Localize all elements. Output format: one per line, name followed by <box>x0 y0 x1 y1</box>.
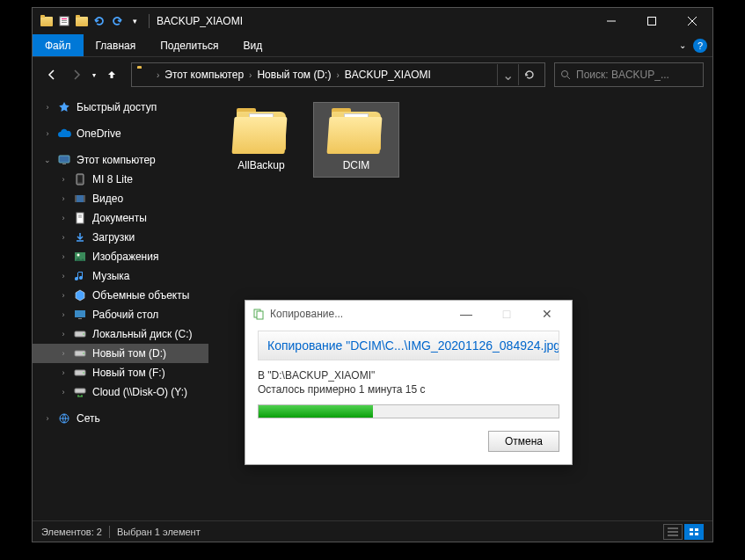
window-title: BACKUP_XIAOMI <box>157 15 591 27</box>
tree-network[interactable]: › Сеть <box>33 409 208 428</box>
tree-3d-objects[interactable]: ›Объемные объекты <box>33 286 208 305</box>
svg-rect-24 <box>78 318 82 319</box>
svg-rect-5 <box>648 18 656 25</box>
properties-icon[interactable] <box>57 14 71 28</box>
qat-dropdown-icon[interactable]: ▾ <box>128 14 142 28</box>
undo-icon[interactable] <box>92 14 106 28</box>
dialog-title: Копирование... <box>270 308 343 320</box>
svg-rect-39 <box>695 533 698 535</box>
tree-label: Быстрый доступ <box>77 101 157 113</box>
chevron-right-icon[interactable]: › <box>247 70 253 80</box>
tree-music[interactable]: ›Музыка <box>33 266 208 286</box>
svg-rect-1 <box>62 18 67 19</box>
titlebar: ▾ BACKUP_XIAOMI <box>33 8 712 34</box>
svg-rect-37 <box>695 528 698 531</box>
tree-label: Видео <box>92 193 123 205</box>
tree-videos[interactable]: ›Видео <box>33 189 208 208</box>
svg-rect-13 <box>78 176 83 183</box>
progress-bar <box>258 404 559 418</box>
address-dropdown-icon[interactable]: ⌄ <box>497 64 518 85</box>
chevron-right-icon[interactable]: › <box>43 103 52 112</box>
icons-view-button[interactable] <box>684 524 704 540</box>
drive-icon <box>73 327 87 341</box>
breadcrumb-segment[interactable]: BACKUP_XIAOMI <box>341 69 435 81</box>
tree-desktop[interactable]: ›Рабочий стол <box>33 305 208 324</box>
chevron-right-icon[interactable]: › <box>43 414 52 423</box>
help-icon[interactable]: ? <box>693 39 707 53</box>
tab-share[interactable]: Поделиться <box>148 34 230 56</box>
breadcrumb-segment[interactable]: Этот компьютер <box>161 69 247 81</box>
folder-icon <box>328 108 384 154</box>
progress-fill <box>259 405 373 418</box>
svg-rect-31 <box>75 389 85 393</box>
tree-label: MI 8 Lite <box>92 173 133 185</box>
tree-drive-d[interactable]: ›Новый том (D:) <box>33 344 208 363</box>
details-view-button[interactable] <box>663 524 683 540</box>
copy-dialog: Копирование... — □ ✕ Копирование "DCIM\C… <box>245 300 573 465</box>
navigation-pane[interactable]: › Быстрый доступ › OneDrive ⌄ Этот компь… <box>33 92 208 520</box>
tree-label: Cloud (\\Disk-O) (Y:) <box>92 386 187 398</box>
tree-device[interactable]: ›MI 8 Lite <box>33 170 208 189</box>
tree-this-pc[interactable]: ⌄ Этот компьютер <box>33 150 208 170</box>
svg-point-28 <box>83 353 84 354</box>
ribbon-expand-icon[interactable]: ⌄ <box>679 40 686 50</box>
address-bar[interactable]: › Этот компьютер › Новый том (D:) › BACK… <box>131 62 545 87</box>
network-drive-icon <box>73 385 87 399</box>
view-toggle <box>663 524 704 540</box>
chevron-right-icon[interactable]: › <box>43 129 52 138</box>
download-icon <box>73 230 87 244</box>
picture-icon <box>73 250 87 264</box>
svg-point-26 <box>83 333 84 335</box>
svg-rect-17 <box>77 213 84 223</box>
tree-drive-f[interactable]: ›Новый том (F:) <box>33 363 208 382</box>
document-icon <box>73 211 87 225</box>
ribbon-tabs: Файл Главная Поделиться Вид ⌄ ? <box>33 34 712 57</box>
search-input[interactable]: Поиск: BACKUP_... <box>554 62 704 87</box>
refresh-icon[interactable] <box>518 64 539 85</box>
chevron-down-icon[interactable]: ⌄ <box>43 156 52 164</box>
close-button[interactable] <box>672 8 712 34</box>
svg-rect-3 <box>62 22 67 23</box>
dialog-time-remaining: Осталось примерно 1 минута 15 с <box>258 383 559 396</box>
tree-label: Сеть <box>77 412 100 425</box>
dialog-actions: Отмена <box>258 431 559 452</box>
redo-icon[interactable] <box>110 14 124 28</box>
up-button[interactable] <box>101 64 122 85</box>
tree-downloads[interactable]: ›Загрузки <box>33 228 208 247</box>
tree-pictures[interactable]: ›Изображения <box>33 247 208 266</box>
dialog-minimize-button[interactable]: — <box>449 302 484 326</box>
tab-file[interactable]: Файл <box>33 34 84 56</box>
tab-view[interactable]: Вид <box>230 34 274 56</box>
tree-onedrive[interactable]: › OneDrive <box>33 124 208 143</box>
status-selection: Выбран 1 элемент <box>117 527 201 537</box>
quick-access-toolbar: ▾ <box>33 14 142 28</box>
minimize-button[interactable] <box>591 8 632 34</box>
window-controls <box>591 8 712 34</box>
back-button[interactable] <box>41 64 62 85</box>
tree-label: OneDrive <box>77 127 121 140</box>
tree-label: Документы <box>92 212 147 224</box>
tree-documents[interactable]: ›Документы <box>33 208 208 228</box>
chevron-right-icon[interactable]: › <box>334 70 340 80</box>
folder-allbackup[interactable]: AllBackup <box>219 103 303 177</box>
maximize-button[interactable] <box>632 8 672 34</box>
network-icon <box>57 411 71 425</box>
svg-point-22 <box>77 254 80 257</box>
dialog-titlebar[interactable]: Копирование... — □ ✕ <box>245 301 572 327</box>
svg-rect-15 <box>75 195 77 202</box>
tree-network-drive[interactable]: ›Cloud (\\Disk-O) (Y:) <box>33 382 208 402</box>
tab-home[interactable]: Главная <box>84 34 149 56</box>
dialog-maximize-button[interactable]: □ <box>489 302 524 326</box>
new-folder-icon[interactable] <box>75 14 89 28</box>
svg-line-9 <box>567 76 570 79</box>
breadcrumb-segment[interactable]: Новый том (D:) <box>253 69 334 81</box>
history-dropdown-icon[interactable]: ▾ <box>92 71 96 79</box>
folder-dcim[interactable]: DCIM <box>314 103 398 177</box>
chevron-right-icon[interactable]: › <box>155 70 161 80</box>
svg-rect-41 <box>257 311 263 319</box>
forward-button[interactable] <box>66 64 87 85</box>
dialog-close-button[interactable]: ✕ <box>530 302 565 326</box>
cancel-button[interactable]: Отмена <box>488 431 559 452</box>
tree-drive-c[interactable]: ›Локальный диск (C:) <box>33 324 208 344</box>
tree-quick-access[interactable]: › Быстрый доступ <box>33 98 208 117</box>
